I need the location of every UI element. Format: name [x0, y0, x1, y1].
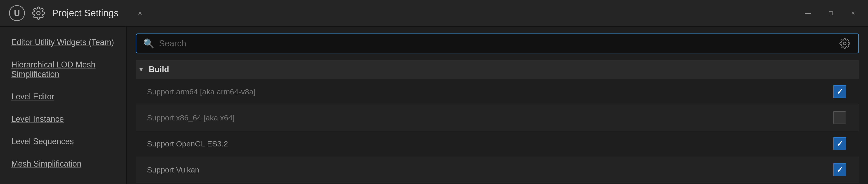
checkbox-checked-icon: ✓	[833, 85, 846, 98]
search-bar: 🔍	[136, 33, 859, 53]
checkbox-checked-opengl-icon: ✓	[833, 137, 846, 150]
settings-gear-icon	[32, 6, 45, 20]
section-chevron-icon: ▼	[138, 66, 144, 73]
search-settings-icon[interactable]	[838, 37, 851, 50]
tab-close-button[interactable]: ×	[134, 7, 146, 19]
setting-row-arm64: Support arm64 [aka arm64-v8a] ✓	[136, 79, 859, 105]
title-bar-left: U Project Settings ×	[9, 5, 146, 21]
sidebar-item-level-instance[interactable]: Level Instance	[0, 108, 126, 130]
title-bar-controls: — □ ×	[802, 7, 859, 19]
project-settings-window: U Project Settings × — □ × Editor Utilit…	[0, 0, 868, 184]
search-container: 🔍	[127, 27, 868, 60]
sidebar-item-mesh-simplification[interactable]: Mesh Simplification	[0, 153, 126, 175]
settings-content: ▼ Build Support arm64 [aka arm64-v8a] ✓ …	[127, 60, 868, 184]
setting-row-x86-64: Support x86_64 [aka x64]	[136, 105, 859, 131]
window-title: Project Settings	[52, 8, 119, 19]
checkbox-arm64[interactable]: ✓	[832, 84, 848, 99]
maximize-button[interactable]: □	[825, 7, 836, 19]
svg-text:U: U	[14, 9, 20, 18]
search-icon: 🔍	[143, 38, 154, 49]
setting-label-x86-64: Support x86_64 [aka x64]	[143, 113, 832, 122]
title-bar: U Project Settings × — □ ×	[0, 0, 868, 27]
setting-row-vulkan: Support Vulkan ✓	[136, 157, 859, 183]
ue-logo-icon: U	[9, 5, 25, 21]
build-section-header: ▼ Build	[136, 60, 859, 79]
setting-label-arm64: Support arm64 [aka arm64-v8a]	[143, 87, 832, 96]
sidebar-item-level-editor[interactable]: Level Editor	[0, 86, 126, 108]
right-panel: 🔍 ▼ Build	[127, 27, 868, 184]
window-close-button[interactable]: ×	[848, 7, 859, 19]
search-input[interactable]	[159, 39, 838, 49]
checkbox-opengl[interactable]: ✓	[832, 136, 848, 152]
sidebar: Editor Utility Widgets (Team) Hierarchic…	[0, 27, 127, 184]
main-content: Editor Utility Widgets (Team) Hierarchic…	[0, 27, 868, 184]
sidebar-item-level-sequences[interactable]: Level Sequences	[0, 130, 126, 153]
sidebar-item-hierarchical-lod[interactable]: Hierarchical LOD Mesh Simplification	[0, 54, 126, 86]
minimize-button[interactable]: —	[802, 7, 814, 19]
checkbox-x86-64[interactable]	[832, 110, 848, 126]
section-title: Build	[149, 65, 169, 74]
sidebar-item-editor-utility-widgets[interactable]: Editor Utility Widgets (Team)	[0, 31, 126, 54]
checkbox-checked-vulkan-icon: ✓	[833, 163, 846, 176]
setting-label-vulkan: Support Vulkan	[143, 165, 832, 174]
setting-row-opengl: Support OpenGL ES3.2 ✓	[136, 131, 859, 157]
checkbox-unchecked-icon	[833, 111, 846, 124]
setting-label-opengl: Support OpenGL ES3.2	[143, 140, 832, 148]
checkbox-vulkan[interactable]: ✓	[832, 162, 848, 178]
